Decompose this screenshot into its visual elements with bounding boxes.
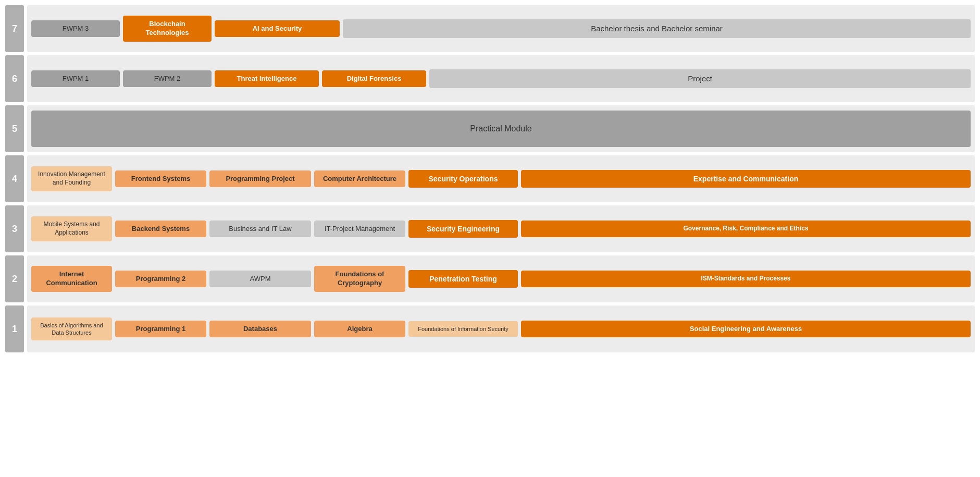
cell-r3-itproject: IT-Project Management (314, 221, 405, 238)
cell-r2-internet: Internet Communication (31, 266, 112, 292)
row-label-7: 7 (5, 5, 24, 52)
row-label-2: 2 (5, 255, 24, 302)
row-content-4: Innovation Management and FoundingFronte… (27, 155, 975, 202)
row-4: 4Innovation Management and FoundingFront… (5, 155, 975, 202)
row-content-5: Practical Module (27, 105, 975, 152)
cell-r1-algebra: Algebra (314, 321, 405, 338)
cell-r4-expertise: Expertise and Communication (521, 170, 971, 188)
row-2: 2Internet CommunicationProgramming 2AWPM… (5, 255, 975, 302)
row-content-3: Mobile Systems and ApplicationsBackend S… (27, 205, 975, 252)
row-7: 7FWPM 3Blockchain TechnologiesAI and Sec… (5, 5, 975, 52)
cell-r4-frontend: Frontend Systems (115, 170, 206, 188)
row-content-7: FWPM 3Blockchain TechnologiesAI and Secu… (27, 5, 975, 52)
cell-r6-threat: Threat Intelligence (215, 70, 319, 88)
cell-r2-programming2: Programming 2 (115, 271, 206, 288)
cell-r2-awpm: AWPM (209, 271, 311, 288)
row-label-4: 4 (5, 155, 24, 202)
cell-r2-foundations-crypto: Foundations of Cryptography (314, 266, 405, 292)
row-content-2: Internet CommunicationProgramming 2AWPMF… (27, 255, 975, 302)
cell-r1-programming1: Programming 1 (115, 321, 206, 338)
cell-r6-project: Project (429, 69, 971, 88)
row-label-3: 3 (5, 205, 24, 252)
cell-r3-mobile: Mobile Systems and Applications (31, 216, 112, 241)
cell-r3-backend: Backend Systems (115, 221, 206, 238)
cell-r6-digital: Digital Forensics (322, 70, 426, 88)
cell-r1-foundations-info: Foundations of Information Security (408, 321, 518, 337)
cell-r6-fwpm1: FWPM 1 (31, 70, 120, 88)
cell-r4-security-ops: Security Operations (408, 170, 518, 188)
cell-r7-bachelor: Bachelor thesis and Bachelor seminar (343, 19, 971, 38)
cell-r3-security-eng: Security Engineering (408, 220, 518, 238)
cell-r5-practical: Practical Module (31, 111, 971, 147)
row-label-5: 5 (5, 105, 24, 152)
cell-r7-ai: AI and Security (215, 20, 340, 38)
cell-r4-computer: Computer Architecture (314, 170, 405, 188)
cell-r4-innovation: Innovation Management and Founding (31, 166, 112, 191)
row-3: 3Mobile Systems and ApplicationsBackend … (5, 205, 975, 252)
cell-r2-ism: ISM-Standards and Processes (521, 271, 971, 287)
row-label-6: 6 (5, 55, 24, 102)
cell-r3-governance: Governance, Risk, Compliance and Ethics (521, 221, 971, 237)
row-content-6: FWPM 1FWPM 2Threat IntelligenceDigital F… (27, 55, 975, 102)
cell-r1-social: Social Engineering and Awareness (521, 321, 971, 338)
cell-r2-penetration: Penetration Testing (408, 270, 518, 288)
cell-r7-blockchain: Blockchain Technologies (123, 16, 212, 42)
row-label-1: 1 (5, 305, 24, 352)
row-1: 1Basics of Algorithms and Data Structure… (5, 305, 975, 352)
row-content-1: Basics of Algorithms and Data Structures… (27, 305, 975, 352)
curriculum-grid: 7FWPM 3Blockchain TechnologiesAI and Sec… (5, 5, 975, 352)
row-6: 6FWPM 1FWPM 2Threat IntelligenceDigital … (5, 55, 975, 102)
row-5: 5Practical Module (5, 105, 975, 152)
cell-r1-databases: Databases (209, 321, 311, 338)
cell-r1-basics: Basics of Algorithms and Data Structures (31, 317, 112, 341)
cell-r7-fwpm3: FWPM 3 (31, 20, 120, 38)
cell-r4-programming: Programming Project (209, 170, 311, 188)
cell-r6-fwpm2: FWPM 2 (123, 70, 212, 88)
cell-r3-business: Business and IT Law (209, 221, 311, 238)
